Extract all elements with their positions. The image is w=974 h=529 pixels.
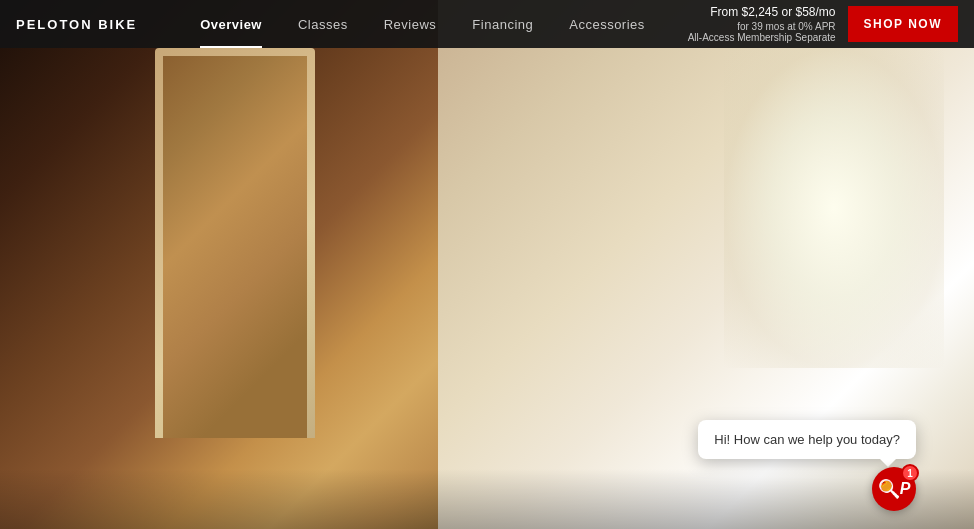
- shop-now-button[interactable]: SHOP NOW: [848, 6, 958, 42]
- chat-message: Hi! How can we help you today?: [714, 432, 900, 447]
- nav-item-accessories[interactable]: Accessories: [551, 0, 663, 48]
- nav-link-financing[interactable]: Financing: [472, 17, 533, 32]
- nav-item-reviews[interactable]: Reviews: [366, 0, 455, 48]
- nav-link-reviews[interactable]: Reviews: [384, 17, 437, 32]
- nav-item-classes[interactable]: Classes: [280, 0, 366, 48]
- pricing-sub1: for 39 mos at 0% APR: [688, 21, 836, 32]
- pricing-main: From $2,245 or $58/mo: [688, 5, 836, 21]
- chat-notification-badge: 1: [901, 464, 919, 482]
- chat-logo-icon: P: [900, 480, 911, 498]
- nav-pricing: From $2,245 or $58/mo for 39 mos at 0% A…: [688, 5, 836, 43]
- pricing-sub2: All-Access Membership Separate: [688, 32, 836, 43]
- chat-bubble: Hi! How can we help you today?: [698, 420, 916, 459]
- nav-item-overview[interactable]: Overview: [182, 0, 280, 48]
- navbar: PELOTON BIKE Overview Classes Reviews Fi…: [0, 0, 974, 48]
- doorway-interior: [163, 56, 307, 438]
- nav-link-classes[interactable]: Classes: [298, 17, 348, 32]
- nav-link-overview[interactable]: Overview: [200, 17, 262, 32]
- nav-item-financing[interactable]: Financing: [454, 0, 551, 48]
- brand-logo: PELOTON BIKE: [16, 17, 137, 32]
- chat-widget: Hi! How can we help you today? P 1: [698, 420, 916, 511]
- nav-right: From $2,245 or $58/mo for 39 mos at 0% A…: [688, 5, 958, 43]
- nav-link-accessories[interactable]: Accessories: [569, 17, 645, 32]
- chat-open-button[interactable]: P 1: [872, 467, 916, 511]
- doorway-frame: [155, 48, 315, 438]
- nav-links: Overview Classes Reviews Financing Acces…: [157, 0, 687, 48]
- window-glow: [724, 48, 944, 368]
